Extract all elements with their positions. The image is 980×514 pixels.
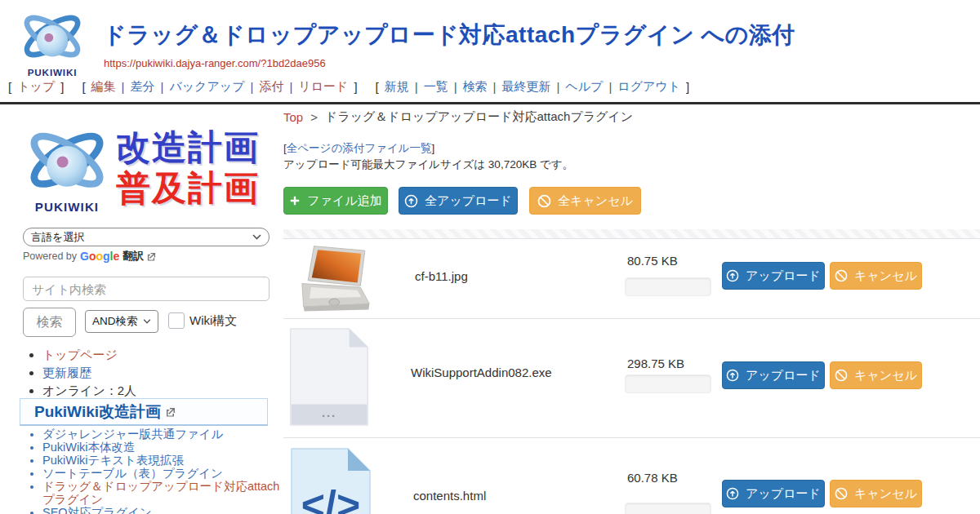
sidebar-item-core-mod[interactable]: PukiWiki本体改造 (42, 441, 136, 454)
language-select[interactable]: 言語を選択 (23, 228, 270, 246)
logo-brand-text: PUKIWIKI (28, 67, 78, 78)
file-size: 298.75 KB (627, 357, 684, 370)
max-filesize-note: アップロード可能最大ファイルサイズは 30,720KB です。 (283, 157, 573, 172)
sidebar-item-dnd-attach[interactable]: ドラッグ＆ドロップアップロード対応attachプラグイン (42, 480, 279, 506)
site-box-title[interactable]: PukiWiki改造計画 (34, 401, 161, 423)
atom-icon: PUKIWIKI (15, 5, 90, 80)
nav-item-reload[interactable]: リロード (298, 79, 348, 95)
file-size: 60.78 KB (627, 471, 678, 485)
site-search-input[interactable] (23, 277, 270, 301)
upload-file-button[interactable]: アップロード (722, 361, 825, 389)
arrow-up-circle-icon (404, 194, 418, 208)
list-item: 更新履歴 (42, 366, 287, 380)
upload-all-button[interactable]: 全アップロード (399, 187, 518, 215)
nav-bracket: [ (82, 80, 85, 94)
sidebar-online-count: オンライン：2人 (42, 383, 136, 397)
nav-bracket: ] (60, 80, 64, 94)
page-title: ドラッグ＆ドロップアップロード対応attachプラグイン への添付 (103, 20, 795, 51)
upload-file-button[interactable]: アップロード (722, 480, 825, 507)
file-icon-glyph: </> (301, 482, 360, 514)
nav-item-backup[interactable]: バックアップ (169, 79, 244, 95)
add-files-button[interactable]: ファイル追加 (283, 187, 388, 215)
sidebar-banner[interactable]: PUKIWIKI 改造計画 普及計画 (23, 116, 270, 220)
all-attachments-link[interactable]: 全ページの添付ファイル一覧 (287, 142, 432, 154)
sidebar-site-box[interactable]: PukiWiki改造計画 (20, 398, 268, 426)
search-mode-select[interactable]: AND検索 (85, 310, 158, 333)
cancel-file-button[interactable]: キャンセル (830, 480, 922, 507)
sidebar-item-seo-plugin[interactable]: SEO対応プラグイン (42, 506, 152, 514)
bracket: ] (431, 142, 434, 154)
nav-item-attach[interactable]: 添付 (259, 79, 283, 95)
nav-item-top[interactable]: トップ (17, 79, 55, 95)
list-item: ダジャレンジャー版共通ファイル (42, 428, 292, 441)
nav-bracket: ] (686, 80, 689, 94)
sidebar-item-recent-changes[interactable]: 更新履歴 (42, 366, 91, 379)
sidebar-quick-list: トップページ 更新履歴 オンライン：2人 (23, 348, 287, 401)
nav-item-help[interactable]: ヘルプ (565, 79, 603, 95)
generic-file-icon: ... (288, 327, 370, 427)
cancel-all-button[interactable]: 全キャンセル (529, 187, 641, 215)
upload-file-button[interactable]: アップロード (722, 262, 825, 290)
cancel-file-label: キャンセル (854, 368, 917, 383)
list-item: トップページ (42, 348, 287, 362)
row-divider (283, 238, 980, 239)
page-url-link[interactable]: https://pukiwiki.dajya-ranger.com/?1bd2d… (104, 57, 326, 69)
upload-file-label: アップロード (746, 268, 821, 284)
atom-icon: PUKIWIKI (23, 118, 111, 218)
file-preview-generic: ... (288, 327, 370, 427)
nav-separator: | (608, 80, 612, 94)
sidebar-item-sort-table[interactable]: ソートテーブル（表）プラグイン (42, 467, 223, 480)
google-logo: Google (80, 250, 119, 263)
breadcrumb: Top > ドラッグ＆ドロップアップロード対応attachプラグイン (283, 109, 633, 125)
file-size: 80.75 KB (627, 254, 678, 268)
external-link-icon (166, 407, 176, 417)
header-divider (0, 102, 980, 104)
nav-item-recent[interactable]: 最終更新 (501, 79, 550, 95)
chevron-down-icon (143, 319, 151, 324)
upload-all-label: 全アップロード (425, 193, 512, 209)
cancel-file-button[interactable]: キャンセル (830, 361, 922, 389)
pukiwiki-logo[interactable]: PUKIWIKI (15, 5, 90, 80)
ban-icon (835, 487, 848, 500)
laptop-photo-thumbnail (292, 241, 381, 317)
file-name: contents.html (413, 489, 486, 503)
nav-item-edit[interactable]: 編集 (91, 79, 116, 95)
google-translate-attribution: Powered by Google 翻訳 (23, 249, 156, 264)
breadcrumb-page: ドラッグ＆ドロップアップロード対応attachプラグイン (325, 109, 633, 125)
wiki-syntax-checkbox[interactable] (168, 312, 185, 329)
upload-progressbar (625, 503, 711, 514)
nav-item-new[interactable]: 新規 (385, 79, 409, 95)
nav-item-logout[interactable]: ログアウト (617, 79, 680, 95)
file-name: WikiSupportAddin082.exe (411, 366, 552, 379)
nav-item-diff[interactable]: 差分 (130, 79, 154, 95)
nav-separator: | (289, 80, 292, 94)
cancel-file-label: キャンセル (854, 268, 917, 284)
ban-icon (835, 369, 848, 382)
list-item: オンライン：2人 (42, 383, 287, 398)
wiki-syntax-label: Wiki構文 (189, 313, 237, 329)
search-button[interactable]: 検索 (23, 308, 76, 337)
nav-separator: | (454, 80, 457, 94)
nav-bracket: ] (354, 80, 357, 94)
upload-progressbar (625, 277, 711, 296)
sidebar-item-text-ext[interactable]: PukiWikiテキスト表現拡張 (42, 454, 184, 467)
sidebar-item-top-page[interactable]: トップページ (42, 348, 118, 361)
breadcrumb-home[interactable]: Top (283, 110, 303, 124)
list-item: ソートテーブル（表）プラグイン (42, 467, 292, 480)
powered-by-label: Powered by (23, 250, 77, 262)
dropzone-edge (283, 229, 980, 238)
ban-icon (537, 194, 551, 208)
translate-link[interactable]: 翻訳 (122, 249, 144, 264)
logo-brand-text: PUKIWIKI (35, 200, 99, 214)
chevron-down-icon (252, 234, 261, 240)
nav-bracket: [ (376, 80, 379, 94)
list-item: SEO対応プラグイン (42, 506, 292, 514)
file-icon-glyph: ... (322, 406, 336, 419)
cancel-file-button[interactable]: キャンセル (830, 262, 922, 290)
arrow-up-circle-icon (726, 487, 739, 500)
sidebar-item-common-files[interactable]: ダジャレンジャー版共通ファイル (42, 428, 223, 441)
attachment-list-line: [全ページの添付ファイル一覧] (283, 141, 434, 156)
nav-item-list[interactable]: 一覧 (424, 79, 448, 95)
nav-separator: | (415, 80, 418, 94)
nav-item-search[interactable]: 検索 (463, 79, 488, 95)
